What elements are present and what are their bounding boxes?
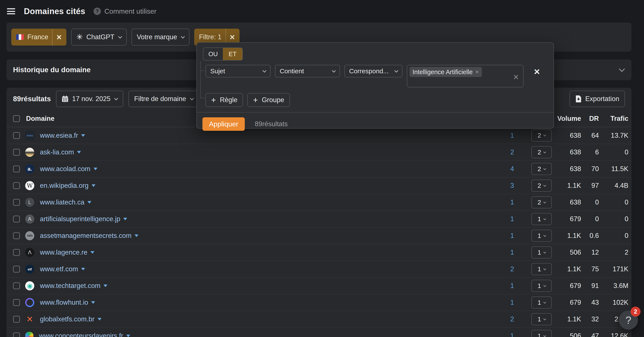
domain-caret-icon[interactable] (81, 134, 85, 137)
mention-count-link[interactable]: 1 (499, 282, 514, 290)
row-checkbox[interactable] (13, 165, 20, 172)
row-checkbox[interactable] (13, 299, 20, 306)
how-to-use-link[interactable]: Comment utiliser (104, 7, 156, 15)
condition-select[interactable]: Contient (275, 65, 340, 77)
row-checkbox[interactable] (13, 199, 20, 206)
domain-link[interactable]: ask-lia.com (40, 148, 74, 156)
row-checkbox[interactable] (13, 232, 20, 239)
row-position-select[interactable]: 2 (532, 180, 552, 192)
domain-link[interactable]: globalxetfs.com.br (40, 315, 94, 323)
table-row: a. www.acolad.com 4 2 638 70 11.5K (6, 160, 632, 177)
row-position-select[interactable]: 2 (532, 146, 552, 158)
help-icon[interactable]: ? (94, 7, 101, 15)
mention-count-link[interactable]: 2 (499, 265, 514, 273)
chevron-down-icon (543, 334, 546, 337)
domain-link[interactable]: www.esiea.fr (40, 132, 78, 139)
row-position-select[interactable]: 1 (532, 297, 552, 309)
domain-caret-icon[interactable] (92, 184, 96, 187)
mention-count-link[interactable]: 1 (499, 249, 514, 256)
domain-caret-icon[interactable] (104, 285, 108, 287)
row-position-select[interactable]: 1 (532, 230, 552, 242)
row-position-select[interactable]: 1 (532, 313, 552, 325)
mention-count-link[interactable]: 1 (499, 332, 514, 337)
select-all-checkbox[interactable] (13, 115, 20, 122)
domain-caret-icon[interactable] (77, 151, 81, 154)
row-position-select[interactable]: 1 (532, 330, 552, 337)
clear-input-icon[interactable]: × (513, 72, 519, 82)
domain-caret-icon[interactable] (98, 318, 102, 321)
domain-link[interactable]: www.flowhunt.io (40, 299, 88, 307)
remove-country-filter-icon[interactable]: × (56, 33, 62, 41)
export-button[interactable]: Exportation (570, 91, 625, 107)
row-checkbox[interactable] (13, 316, 20, 323)
mention-count-link[interactable]: 1 (499, 132, 514, 139)
row-checkbox[interactable] (13, 132, 20, 139)
mention-count-link[interactable]: 1 (499, 299, 514, 307)
match-select[interactable]: Correspond... (344, 65, 402, 77)
domain-caret-icon[interactable] (91, 301, 95, 304)
brand-dropdown[interactable]: Votre marque (132, 29, 190, 45)
country-filter-chip[interactable]: France × (11, 29, 66, 45)
mention-count-link[interactable]: 3 (499, 182, 514, 190)
domain-link[interactable]: www.lagence.re (40, 249, 88, 256)
domain-caret-icon[interactable] (90, 251, 94, 254)
date-picker-button[interactable]: 17 nov. 2025 (56, 91, 123, 107)
row-position-select[interactable]: 1 (532, 280, 552, 292)
remove-filter-icon[interactable]: × (230, 33, 235, 41)
add-group-button[interactable]: + Groupe (247, 93, 290, 107)
row-checkbox[interactable] (13, 333, 20, 337)
operator-and-option[interactable]: ET (223, 48, 242, 60)
export-file-icon (575, 95, 582, 103)
domain-link[interactable]: www.etf.com (40, 265, 78, 273)
mention-count-link[interactable]: 2 (499, 148, 514, 156)
operator-or-option[interactable]: OU (203, 48, 223, 60)
mention-count-link[interactable]: 1 (499, 232, 514, 240)
domain-link[interactable]: assetmanagementsecrets.com (40, 232, 132, 240)
collapse-section-icon[interactable] (619, 66, 625, 72)
column-header-dr[interactable]: DR (581, 115, 599, 122)
row-checkbox[interactable] (13, 149, 20, 156)
row-position-select[interactable]: 1 (532, 213, 552, 225)
domain-caret-icon[interactable] (81, 268, 85, 270)
row-position-select[interactable]: 2 (532, 163, 552, 175)
domain-link[interactable]: artificialsuperintelligence.jp (40, 215, 120, 223)
menu-icon[interactable] (7, 8, 15, 14)
apply-button[interactable]: Appliquer (202, 117, 245, 131)
operator-toggle[interactable]: OU ET (203, 47, 243, 60)
mention-count-link[interactable]: 1 (499, 198, 514, 206)
row-position-select[interactable]: 2 (532, 196, 552, 208)
chevron-down-icon (181, 34, 185, 38)
add-rule-button[interactable]: + Règle (206, 93, 243, 107)
domain-caret-icon[interactable] (123, 218, 127, 220)
row-position-select[interactable]: 1 (532, 246, 552, 259)
domain-link[interactable]: www.liatech.ca (40, 198, 84, 206)
domain-link[interactable]: en.wikipedia.org (40, 182, 88, 190)
row-position-select[interactable]: 2 (532, 129, 552, 142)
domain-caret-icon[interactable] (94, 168, 98, 170)
row-checkbox[interactable] (13, 249, 20, 256)
row-checkbox[interactable] (13, 282, 20, 289)
mention-count-link[interactable]: 2 (499, 315, 514, 323)
row-checkbox[interactable] (13, 182, 20, 189)
domain-caret-icon[interactable] (134, 234, 138, 237)
column-header-domain[interactable]: Domaine (26, 115, 54, 122)
domain-link[interactable]: www.techtarget.com (40, 282, 100, 290)
mention-count-link[interactable]: 4 (499, 165, 514, 173)
domain-link[interactable]: www.acolad.com (40, 165, 90, 173)
column-header-trafic[interactable]: Trafic (599, 115, 628, 122)
remove-tag-icon[interactable]: × (475, 68, 479, 75)
domain-caret-icon[interactable] (126, 335, 130, 337)
help-fab-button[interactable]: ? 2 (619, 311, 638, 330)
domain-caret-icon[interactable] (88, 201, 91, 204)
tag-input[interactable]: Intelligence Artificielle × × (407, 65, 524, 87)
column-header-volume[interactable]: Volume (552, 115, 581, 122)
remove-rule-icon[interactable]: × (534, 67, 540, 76)
field-select[interactable]: Sujet (206, 65, 270, 77)
row-checkbox[interactable] (13, 266, 20, 273)
engine-dropdown[interactable]: ✳ ChatGPT (71, 29, 127, 45)
row-checkbox[interactable] (13, 216, 20, 223)
mention-count-link[interactable]: 1 (499, 215, 514, 223)
domain-filter-button[interactable]: Filtre de domaine (128, 91, 199, 107)
domain-link[interactable]: www.concepteursdavenirs.fr (39, 332, 123, 337)
row-position-select[interactable]: 1 (532, 263, 552, 275)
